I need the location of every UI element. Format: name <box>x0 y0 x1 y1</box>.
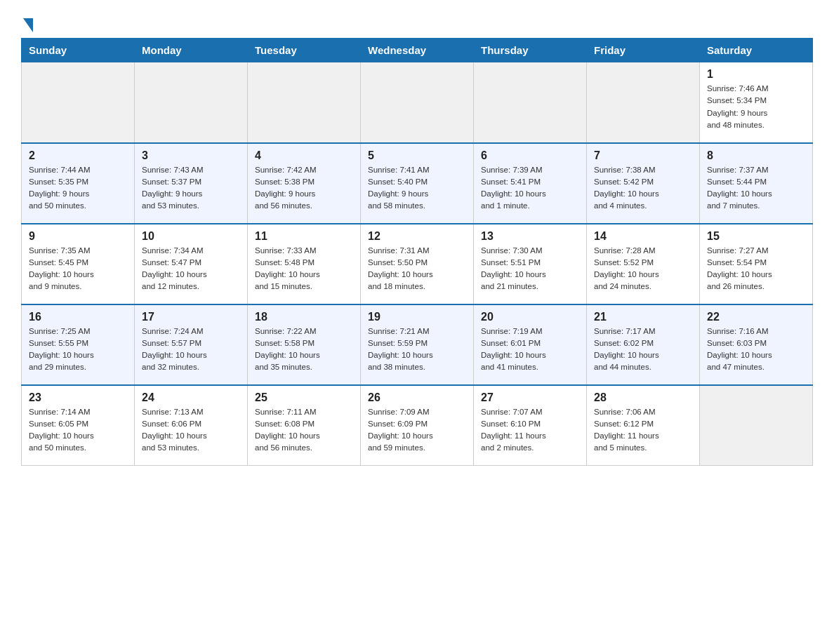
day-number: 15 <box>707 230 805 243</box>
calendar-week-row: 2Sunrise: 7:44 AM Sunset: 5:35 PM Daylig… <box>22 143 813 224</box>
day-info: Sunrise: 7:07 AM Sunset: 6:10 PM Dayligh… <box>481 406 579 455</box>
day-info: Sunrise: 7:06 AM Sunset: 6:12 PM Dayligh… <box>594 406 692 455</box>
calendar-day-cell: 9Sunrise: 7:35 AM Sunset: 5:45 PM Daylig… <box>22 224 135 304</box>
day-number: 25 <box>255 391 353 404</box>
day-number: 2 <box>29 149 127 162</box>
day-info: Sunrise: 7:30 AM Sunset: 5:51 PM Dayligh… <box>481 245 579 293</box>
day-number: 21 <box>594 311 692 323</box>
calendar-week-row: 23Sunrise: 7:14 AM Sunset: 6:05 PM Dayli… <box>22 385 813 466</box>
calendar-day-cell: 4Sunrise: 7:42 AM Sunset: 5:38 PM Daylig… <box>248 143 361 224</box>
calendar-day-cell: 1Sunrise: 7:46 AM Sunset: 5:34 PM Daylig… <box>700 62 813 143</box>
calendar-day-cell <box>700 385 813 466</box>
calendar-day-cell <box>22 62 135 143</box>
calendar-day-cell: 8Sunrise: 7:37 AM Sunset: 5:44 PM Daylig… <box>700 143 813 224</box>
calendar-day-cell: 14Sunrise: 7:28 AM Sunset: 5:52 PM Dayli… <box>587 224 700 304</box>
calendar-table: SundayMondayTuesdayWednesdayThursdayFrid… <box>21 38 813 466</box>
day-info: Sunrise: 7:11 AM Sunset: 6:08 PM Dayligh… <box>255 406 353 455</box>
day-info: Sunrise: 7:31 AM Sunset: 5:50 PM Dayligh… <box>368 245 466 293</box>
day-info: Sunrise: 7:14 AM Sunset: 6:05 PM Dayligh… <box>29 406 127 455</box>
calendar-day-cell: 27Sunrise: 7:07 AM Sunset: 6:10 PM Dayli… <box>474 385 587 466</box>
page-header <box>21 14 813 31</box>
day-info: Sunrise: 7:16 AM Sunset: 6:03 PM Dayligh… <box>707 326 805 374</box>
day-number: 6 <box>481 149 579 162</box>
calendar-day-cell: 19Sunrise: 7:21 AM Sunset: 5:59 PM Dayli… <box>361 304 474 385</box>
calendar-day-cell: 23Sunrise: 7:14 AM Sunset: 6:05 PM Dayli… <box>22 385 135 466</box>
calendar-day-cell: 21Sunrise: 7:17 AM Sunset: 6:02 PM Dayli… <box>587 304 700 385</box>
weekday-header: Thursday <box>474 39 587 62</box>
calendar-day-cell: 26Sunrise: 7:09 AM Sunset: 6:09 PM Dayli… <box>361 385 474 466</box>
calendar-header-row: SundayMondayTuesdayWednesdayThursdayFrid… <box>22 39 813 62</box>
calendar-day-cell: 28Sunrise: 7:06 AM Sunset: 6:12 PM Dayli… <box>587 385 700 466</box>
calendar-day-cell: 24Sunrise: 7:13 AM Sunset: 6:06 PM Dayli… <box>135 385 248 466</box>
day-info: Sunrise: 7:24 AM Sunset: 5:57 PM Dayligh… <box>142 326 240 374</box>
day-info: Sunrise: 7:35 AM Sunset: 5:45 PM Dayligh… <box>29 245 127 293</box>
day-number: 11 <box>255 230 353 243</box>
day-info: Sunrise: 7:44 AM Sunset: 5:35 PM Dayligh… <box>29 164 127 213</box>
day-info: Sunrise: 7:13 AM Sunset: 6:06 PM Dayligh… <box>142 406 240 455</box>
day-info: Sunrise: 7:39 AM Sunset: 5:41 PM Dayligh… <box>481 164 579 213</box>
calendar-day-cell: 11Sunrise: 7:33 AM Sunset: 5:48 PM Dayli… <box>248 224 361 304</box>
day-info: Sunrise: 7:33 AM Sunset: 5:48 PM Dayligh… <box>255 245 353 293</box>
calendar-week-row: 16Sunrise: 7:25 AM Sunset: 5:55 PM Dayli… <box>22 304 813 385</box>
calendar-day-cell <box>474 62 587 143</box>
day-info: Sunrise: 7:42 AM Sunset: 5:38 PM Dayligh… <box>255 164 353 213</box>
logo <box>21 14 33 31</box>
day-number: 13 <box>481 230 579 243</box>
day-number: 8 <box>707 149 805 162</box>
calendar-week-row: 1Sunrise: 7:46 AM Sunset: 5:34 PM Daylig… <box>22 62 813 143</box>
day-number: 27 <box>481 391 579 404</box>
calendar-day-cell <box>587 62 700 143</box>
calendar-day-cell: 12Sunrise: 7:31 AM Sunset: 5:50 PM Dayli… <box>361 224 474 304</box>
calendar-day-cell: 18Sunrise: 7:22 AM Sunset: 5:58 PM Dayli… <box>248 304 361 385</box>
weekday-header: Wednesday <box>361 39 474 62</box>
calendar-day-cell: 16Sunrise: 7:25 AM Sunset: 5:55 PM Dayli… <box>22 304 135 385</box>
logo-arrow-icon <box>23 18 33 32</box>
day-number: 5 <box>368 149 466 162</box>
day-info: Sunrise: 7:22 AM Sunset: 5:58 PM Dayligh… <box>255 326 353 374</box>
calendar-day-cell: 10Sunrise: 7:34 AM Sunset: 5:47 PM Dayli… <box>135 224 248 304</box>
calendar-week-row: 9Sunrise: 7:35 AM Sunset: 5:45 PM Daylig… <box>22 224 813 304</box>
day-number: 18 <box>255 311 353 323</box>
day-info: Sunrise: 7:46 AM Sunset: 5:34 PM Dayligh… <box>707 83 805 131</box>
day-info: Sunrise: 7:19 AM Sunset: 6:01 PM Dayligh… <box>481 326 579 374</box>
day-info: Sunrise: 7:27 AM Sunset: 5:54 PM Dayligh… <box>707 245 805 293</box>
calendar-day-cell: 13Sunrise: 7:30 AM Sunset: 5:51 PM Dayli… <box>474 224 587 304</box>
day-info: Sunrise: 7:21 AM Sunset: 5:59 PM Dayligh… <box>368 326 466 374</box>
day-info: Sunrise: 7:28 AM Sunset: 5:52 PM Dayligh… <box>594 245 692 293</box>
calendar-day-cell: 25Sunrise: 7:11 AM Sunset: 6:08 PM Dayli… <box>248 385 361 466</box>
day-number: 16 <box>29 311 127 323</box>
day-number: 26 <box>368 391 466 404</box>
day-info: Sunrise: 7:43 AM Sunset: 5:37 PM Dayligh… <box>142 164 240 213</box>
day-info: Sunrise: 7:34 AM Sunset: 5:47 PM Dayligh… <box>142 245 240 293</box>
weekday-header: Tuesday <box>248 39 361 62</box>
weekday-header: Saturday <box>700 39 813 62</box>
day-number: 19 <box>368 311 466 323</box>
day-number: 24 <box>142 391 240 404</box>
day-number: 10 <box>142 230 240 243</box>
calendar-day-cell <box>135 62 248 143</box>
calendar-day-cell: 15Sunrise: 7:27 AM Sunset: 5:54 PM Dayli… <box>700 224 813 304</box>
day-number: 1 <box>707 68 805 81</box>
calendar-day-cell: 22Sunrise: 7:16 AM Sunset: 6:03 PM Dayli… <box>700 304 813 385</box>
weekday-header: Sunday <box>22 39 135 62</box>
day-number: 3 <box>142 149 240 162</box>
day-number: 28 <box>594 391 692 404</box>
weekday-header: Friday <box>587 39 700 62</box>
day-number: 17 <box>142 311 240 323</box>
calendar-day-cell: 17Sunrise: 7:24 AM Sunset: 5:57 PM Dayli… <box>135 304 248 385</box>
day-number: 7 <box>594 149 692 162</box>
day-info: Sunrise: 7:41 AM Sunset: 5:40 PM Dayligh… <box>368 164 466 213</box>
calendar-day-cell <box>248 62 361 143</box>
day-number: 12 <box>368 230 466 243</box>
day-number: 4 <box>255 149 353 162</box>
calendar-day-cell: 20Sunrise: 7:19 AM Sunset: 6:01 PM Dayli… <box>474 304 587 385</box>
day-number: 14 <box>594 230 692 243</box>
day-number: 23 <box>29 391 127 404</box>
day-info: Sunrise: 7:37 AM Sunset: 5:44 PM Dayligh… <box>707 164 805 213</box>
calendar-day-cell: 6Sunrise: 7:39 AM Sunset: 5:41 PM Daylig… <box>474 143 587 224</box>
calendar-day-cell: 2Sunrise: 7:44 AM Sunset: 5:35 PM Daylig… <box>22 143 135 224</box>
calendar-day-cell: 3Sunrise: 7:43 AM Sunset: 5:37 PM Daylig… <box>135 143 248 224</box>
calendar-day-cell: 5Sunrise: 7:41 AM Sunset: 5:40 PM Daylig… <box>361 143 474 224</box>
day-info: Sunrise: 7:38 AM Sunset: 5:42 PM Dayligh… <box>594 164 692 213</box>
day-info: Sunrise: 7:17 AM Sunset: 6:02 PM Dayligh… <box>594 326 692 374</box>
